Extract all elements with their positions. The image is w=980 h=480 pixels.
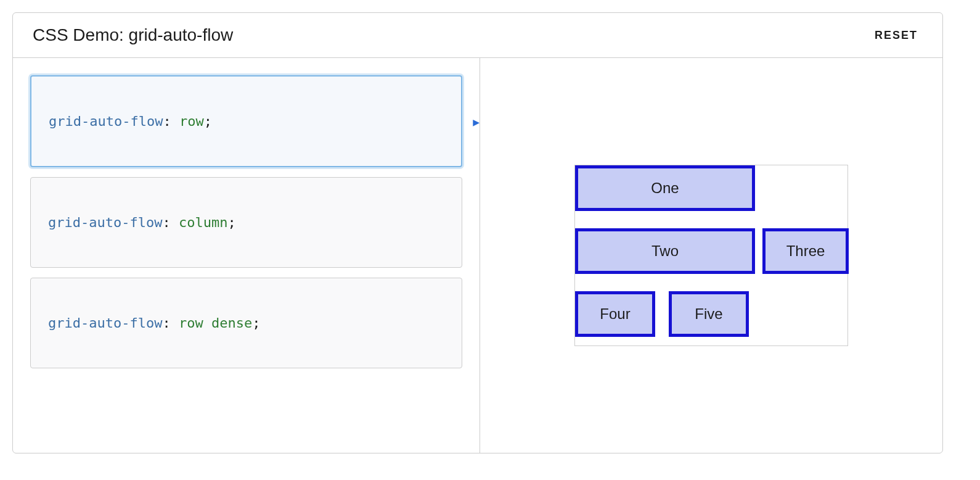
- grid-item-four: Four: [575, 291, 655, 337]
- css-value: row dense: [179, 315, 252, 331]
- semicolon: ;: [204, 114, 212, 129]
- css-value: row: [179, 114, 204, 129]
- css-demo-container: CSS Demo: grid-auto-flow RESET grid-auto…: [12, 12, 943, 453]
- css-property: grid-auto-flow: [49, 114, 163, 129]
- colon: :: [162, 215, 179, 230]
- css-property: grid-auto-flow: [48, 315, 162, 331]
- example-grid: One Two Three Four Five: [574, 165, 848, 346]
- grid-item-five: Five: [669, 291, 749, 337]
- play-icon: ▶: [473, 115, 480, 128]
- options-panel: grid-auto-flow: row; ▶ grid-auto-flow: c…: [13, 58, 480, 453]
- option-column[interactable]: grid-auto-flow: column;: [30, 177, 462, 268]
- option-row-dense[interactable]: grid-auto-flow: row dense;: [30, 278, 462, 368]
- colon: :: [162, 315, 179, 331]
- grid-item-two: Two: [575, 228, 755, 274]
- demo-header: CSS Demo: grid-auto-flow RESET: [13, 13, 942, 58]
- reset-button[interactable]: RESET: [870, 27, 923, 44]
- semicolon: ;: [252, 315, 260, 331]
- demo-title: CSS Demo: grid-auto-flow: [33, 25, 233, 45]
- grid-item-three: Three: [762, 228, 849, 274]
- demo-body: grid-auto-flow: row; ▶ grid-auto-flow: c…: [13, 58, 942, 453]
- grid-item-one: One: [575, 165, 755, 211]
- colon: :: [163, 114, 179, 129]
- option-row[interactable]: grid-auto-flow: row; ▶: [30, 75, 462, 167]
- output-panel: One Two Three Four Five: [480, 58, 942, 453]
- css-property: grid-auto-flow: [48, 215, 162, 230]
- semicolon: ;: [227, 215, 235, 230]
- css-value: column: [179, 215, 227, 230]
